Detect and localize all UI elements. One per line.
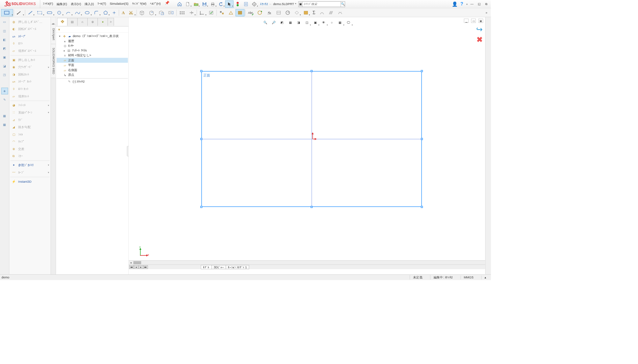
corner-rectangle-tool[interactable]	[35, 9, 45, 17]
restore-button[interactable]: ◱	[476, 1, 482, 7]
handle-br[interactable]	[421, 206, 423, 208]
feat-refgeo[interactable]: ✦参照ｼﾞｵﾒﾄﾘ▾	[9, 161, 51, 169]
tree-history[interactable]: ▴履歴	[57, 39, 128, 44]
breadcrumb-doc[interactable]: demo.SLDPRT	[273, 2, 294, 6]
slot-tool[interactable]	[45, 9, 54, 17]
close-button[interactable]: ⧉	[484, 1, 489, 7]
horizontal-scrollbar[interactable]: ◂	[129, 260, 485, 264]
funnel-icon[interactable]: ▼	[58, 28, 61, 31]
mirror-entities-tool[interactable]	[166, 9, 176, 17]
menu-view[interactable]: 表示(V)	[69, 1, 83, 7]
spellcheck-tool[interactable]: Abc✔	[246, 9, 255, 17]
sketch-rectangle-tool[interactable]	[1, 9, 13, 17]
pin-menu-icon[interactable]: 📌	[163, 1, 171, 7]
smart-dimension-tool[interactable]	[15, 9, 24, 17]
graphics-viewport[interactable]: 🔍 🔎 ◩ ▦ ◨ ◫ ▣ 👁 ○ ▦ 🖵 ▁ ▭ ▣ ↪ ✖	[129, 17, 485, 275]
vtab-dimxpert[interactable]: DimXpert	[51, 25, 56, 44]
hscroll-thumb[interactable]	[133, 261, 141, 264]
measure-tool[interactable]	[255, 9, 264, 17]
tree-tab-more[interactable]: >	[108, 18, 114, 26]
view-tab-motion[interactable]: ﾓｰｼｮﾝ ｽﾀﾃﾞｨ 1	[226, 265, 249, 269]
menu-simulation[interactable]: Simulation(S)	[108, 1, 130, 7]
new-button[interactable]	[184, 0, 192, 8]
text-tool[interactable]: A	[120, 9, 126, 17]
lb-addins2-icon[interactable]: ▩	[1, 121, 8, 128]
save-button[interactable]	[200, 0, 209, 8]
options-button[interactable]	[250, 0, 259, 8]
intersect-entities-tool[interactable]	[157, 9, 166, 17]
circle-tool[interactable]	[55, 9, 63, 17]
section-properties-tool[interactable]	[274, 9, 283, 17]
menu-window[interactable]: ｳｨﾝﾄﾞｳ(W)	[130, 1, 148, 7]
tree-sensors[interactable]: ◎ｾﾝｻｰ	[57, 43, 128, 48]
tree-tab-config[interactable]: ⎌	[77, 18, 88, 26]
menu-insert[interactable]: 挿入(I)	[83, 1, 95, 7]
select-button[interactable]	[225, 0, 234, 8]
point-tool[interactable]	[110, 9, 118, 17]
tree-origin[interactable]: ↳原点	[57, 72, 128, 78]
vnav-last-icon[interactable]: ⏭	[143, 265, 148, 269]
tree-plane-top[interactable]: ▱平面	[57, 63, 128, 68]
fillet-tool[interactable]	[92, 9, 101, 17]
tree-rollback-bar[interactable]	[57, 78, 128, 79]
sigma-tool[interactable]: Σ	[311, 9, 317, 17]
rebuild-button[interactable]	[233, 0, 242, 8]
handle-tl[interactable]	[200, 70, 202, 72]
feat-instant3d[interactable]: ⚡Instant3D	[9, 178, 51, 185]
display-relations-tool[interactable]	[198, 9, 206, 17]
vnav-prev-icon[interactable]: ◂	[134, 265, 139, 269]
view-tab-3dview[interactable]: 3Dﾋﾞｭｰ	[211, 265, 226, 269]
rapid-sketch-tool[interactable]	[227, 9, 235, 17]
tree-annotations[interactable]: ▸▤ｱﾉﾃｰﾄ ｱｲﾃﾑ	[57, 48, 128, 53]
tree-sketch[interactable]: ✎(-) ｽｹｯﾁ2	[57, 79, 128, 84]
right-task-pane[interactable]	[485, 17, 491, 275]
search-icon[interactable]: 🔍	[341, 1, 345, 6]
lb-mold-icon[interactable]: ◪	[1, 63, 8, 69]
repair-sketch-tool[interactable]	[207, 9, 215, 17]
line-tool[interactable]	[26, 9, 35, 17]
lb-surface-icon[interactable]: ◧	[1, 36, 8, 43]
vtab-assembly[interactable]: 組立	[51, 17, 56, 25]
mass-properties-tool[interactable]	[265, 9, 274, 17]
lb-weldment-icon[interactable]: ▣	[1, 54, 8, 61]
deviation-tool[interactable]	[318, 9, 326, 17]
convert-entities-tool[interactable]	[138, 9, 147, 17]
collapse-icon[interactable]: ▾	[58, 35, 61, 37]
lb-sketch-icon[interactable]: ◫	[1, 28, 8, 34]
sensor-tool[interactable]	[283, 9, 292, 17]
breadcrumb-sketch[interactable]: ｽｹｯﾁ2	[260, 2, 268, 6]
home-button[interactable]	[175, 0, 184, 8]
menu-edit[interactable]: 編集(E)	[55, 1, 68, 7]
user-icon[interactable]: 👤	[452, 1, 458, 7]
expand-icon[interactable]: ▸	[63, 49, 66, 52]
menu-tools[interactable]: ﾂｰﾙ(T)	[96, 1, 108, 7]
zebra-tool[interactable]	[327, 9, 336, 17]
menu-file[interactable]: ﾌｧｲﾙ(F)	[41, 1, 54, 7]
tree-material[interactable]: ≡材料 <指定なし>	[57, 53, 128, 58]
analysis-tool[interactable]	[301, 9, 310, 17]
menu-help[interactable]: ﾍﾙﾌﾟ(H)	[148, 1, 162, 7]
lb-dimxpert-icon[interactable]: ◈	[1, 88, 8, 94]
feat-sweep[interactable]: ᔕｽｲｰﾌﾟ	[9, 33, 51, 40]
lb-evaluate-icon[interactable]: ◳	[1, 71, 8, 78]
undo-button[interactable]	[217, 0, 225, 8]
tree-tab-dimxpert[interactable]: ⊕	[87, 18, 98, 26]
status-units[interactable]: MMGS	[460, 275, 476, 279]
toolbar-overflow-button[interactable]: »	[483, 9, 490, 17]
tree-tab-display[interactable]: ●	[97, 18, 108, 26]
trim-tool[interactable]	[127, 9, 136, 17]
lb-features-icon[interactable]: ▭	[1, 19, 8, 25]
polygon-tool[interactable]	[101, 9, 110, 17]
help-button[interactable]: ?	[459, 1, 465, 7]
tree-root[interactable]: ▾❖▰demo（ﾃﾞﾌｫﾙﾄ<<ﾃﾞﾌｫﾙﾄ>_表示状	[57, 34, 128, 39]
print-button[interactable]	[209, 0, 217, 8]
minimize-button[interactable]: —	[469, 1, 475, 7]
vtab-mbd[interactable]: SOLIDWORKS MBD	[51, 44, 56, 78]
tree-plane-front[interactable]: ▱正面	[57, 58, 128, 63]
tree-tab-feature[interactable]: ❖	[57, 18, 67, 26]
curvature-tool[interactable]	[336, 9, 345, 17]
command-search-input[interactable]	[302, 2, 341, 5]
move-entities-tool[interactable]	[187, 9, 196, 17]
open-button[interactable]	[192, 0, 200, 8]
vnav-next-icon[interactable]: ▸	[139, 265, 143, 269]
